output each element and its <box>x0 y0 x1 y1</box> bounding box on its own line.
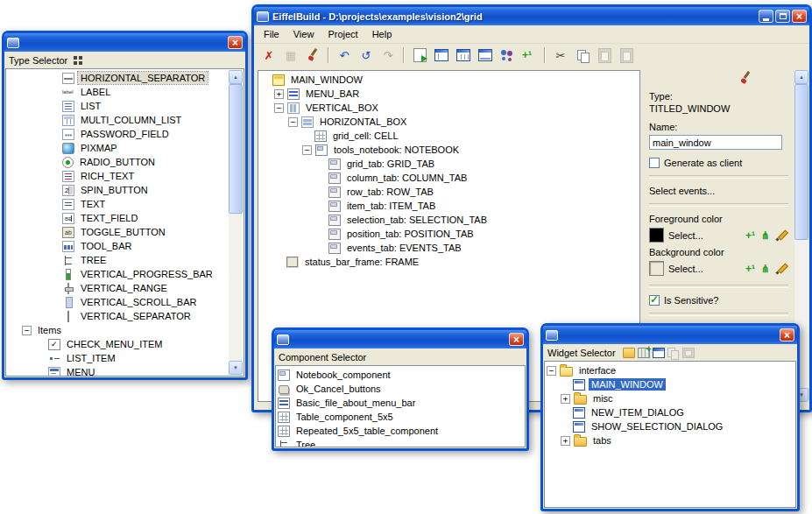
foreground-select-button[interactable]: Select... <box>668 230 703 241</box>
background-fork-button[interactable] <box>761 263 773 275</box>
close-button[interactable] <box>792 10 807 23</box>
collapse-icon[interactable] <box>547 366 556 376</box>
tree-item-list-item[interactable]: LIST_ITEM <box>8 351 242 365</box>
tree-item-tool-bar[interactable]: TOOL_BAR <box>8 239 242 253</box>
tree-item-show-selection-dialog[interactable]: SHOW_SELECTION_DIALOG <box>547 419 794 433</box>
tree-item-label[interactable]: SPIN_BUTTON <box>78 184 151 196</box>
background-plus-one-button[interactable] <box>745 263 759 275</box>
style-brush-button[interactable] <box>302 46 323 65</box>
tree-item-label[interactable]: Basic_file_about_menu_bar <box>293 397 418 409</box>
tree-item-label[interactable]: grid_cell: CELL <box>330 130 401 142</box>
checkbox-icon[interactable] <box>649 158 660 168</box>
tree-item-label[interactable]: NEW_ITEM_DIALOG <box>589 406 687 419</box>
tree-item-label[interactable]: Tree <box>293 439 318 447</box>
paste-icon[interactable] <box>682 348 695 358</box>
tree-item-label[interactable]: MAIN_WINDOW <box>288 74 365 86</box>
tree-item-main-window[interactable]: MAIN_WINDOW <box>260 73 638 87</box>
plus-one-button[interactable] <box>519 46 540 65</box>
tree-item-item-tab-item-tab[interactable]: item_tab: ITEM_TAB <box>260 199 638 213</box>
tree-item-grid-cell-cell[interactable]: grid_cell: CELL <box>260 129 638 143</box>
tree-item-rich-text[interactable]: RICH_TEXT <box>8 169 242 183</box>
tree-item-label[interactable]: VERTICAL_SEPARATOR <box>78 310 194 322</box>
tree-item-label[interactable]: grid_tab: GRID_TAB <box>344 158 437 170</box>
tree-item-label[interactable]: CHECK_MENU_ITEM <box>64 338 165 350</box>
expand-icon[interactable] <box>561 394 570 404</box>
tree-item-horizontal-separator[interactable]: HORIZONTAL_SEPARATOR <box>8 71 242 85</box>
tree-item-label[interactable]: PIXMAP <box>78 142 120 154</box>
agents-button[interactable] <box>497 46 518 65</box>
tree-item-label[interactable]: Ok_Cancel_buttons <box>293 383 384 395</box>
tree-item-label[interactable]: events_tab: EVENTS_TAB <box>344 242 464 254</box>
tree-item-vertical-box[interactable]: VERTICAL_BOX <box>260 101 638 115</box>
tree-item-new-item-dialog[interactable]: NEW_ITEM_DIALOG <box>547 405 794 419</box>
tree-item-text[interactable]: TEXT <box>8 197 242 211</box>
tree-item-label[interactable]: VERTICAL_SCROLL_BAR <box>78 296 199 308</box>
title-bar[interactable]: EiffelBuild - D:\projects\examples\visio… <box>254 7 809 25</box>
menu-file[interactable]: File <box>257 27 286 41</box>
tree-item-vertical-separator[interactable]: VERTICAL_SEPARATOR <box>8 309 242 323</box>
brush-icon[interactable] <box>738 71 752 85</box>
tree-item-label[interactable]: Notebook_component <box>293 369 393 381</box>
tree-item-label[interactable]: LIST <box>78 100 103 112</box>
tree-item-label[interactable]: MENU <box>64 366 97 377</box>
tree-item-label[interactable]: LIST_ITEM <box>64 352 118 364</box>
show-widget-selector-button[interactable] <box>475 46 496 65</box>
save-button[interactable]: ▦ <box>280 46 301 65</box>
tree-item-grid-tab-grid-tab[interactable]: grid_tab: GRID_TAB <box>260 157 638 171</box>
menu-help[interactable]: Help <box>365 27 399 41</box>
scroll-up-button[interactable] <box>794 70 808 84</box>
tree-item-label[interactable]: HORIZONTAL_SEPARATOR <box>78 72 208 84</box>
tree-item-tools-notebook-notebook[interactable]: tools_notebook: NOTEBOOK <box>260 143 638 157</box>
tree-item-menu[interactable]: MENU <box>8 365 242 377</box>
tree-item-list[interactable]: LIST <box>8 99 242 113</box>
expand-icon[interactable] <box>561 436 570 446</box>
name-input[interactable] <box>649 135 782 150</box>
tree-item-label[interactable]: Table_component_5x5 <box>293 411 396 423</box>
menu-project[interactable]: Project <box>321 27 364 41</box>
collapse-icon[interactable] <box>274 103 284 113</box>
tree-item-selection-tab-selection-tab[interactable]: selection_tab: SELECTION_TAB <box>260 213 638 227</box>
tree-item-pixmap[interactable]: PIXMAP <box>8 141 242 155</box>
tree-item-spin-button[interactable]: SPIN_BUTTON <box>8 183 242 197</box>
tree-item-text-field[interactable]: TEXT_FIELD <box>8 211 242 225</box>
tree-item-position-tab-position-tab[interactable]: position_tab: POSITION_TAB <box>260 227 638 241</box>
title-bar[interactable] <box>543 326 797 344</box>
foreground-plus-one-button[interactable] <box>745 229 759 242</box>
tree-item-label[interactable]: tabs <box>590 434 614 447</box>
scrollbar-thumb[interactable] <box>794 84 808 240</box>
tree-item-label[interactable]: row_tab: ROW_TAB <box>344 186 436 198</box>
tree-item-menu-bar[interactable]: MENU_BAR <box>260 87 638 101</box>
scroll-up-button[interactable] <box>229 70 243 84</box>
paste-special-button[interactable] <box>616 46 637 65</box>
tree-item-label[interactable]: TOGGLE_BUTTON <box>78 226 168 238</box>
tree-item-tabs[interactable]: tabs <box>547 433 794 447</box>
foreground-swatch[interactable] <box>649 228 664 243</box>
tree-item-table-component-5x5[interactable]: Table_component_5x5 <box>278 410 523 424</box>
close-button[interactable] <box>509 333 524 346</box>
tree-item-notebook-component[interactable]: Notebook_component <box>278 368 523 382</box>
tree-item-label[interactable]: Repeated_5x5_table_component <box>293 425 441 437</box>
background-select-button[interactable]: Select... <box>668 264 703 274</box>
delete-button[interactable]: ✗ <box>258 46 279 65</box>
tree-item-ok-cancel-buttons[interactable]: Ok_Cancel_buttons <box>278 382 523 396</box>
tree-item-label[interactable]: misc <box>590 392 616 405</box>
tree-item-label[interactable]: RADIO_BUTTON <box>77 156 158 168</box>
close-button[interactable] <box>228 36 243 49</box>
tree-item-label[interactable]: MENU_BAR <box>303 88 362 100</box>
tree-item-label[interactable]: HORIZONTAL_BOX <box>317 116 409 128</box>
tree-item-label[interactable]: Items <box>35 324 64 336</box>
show-type-selector-button[interactable] <box>431 46 452 65</box>
menu-view[interactable]: View <box>286 27 321 41</box>
tree-item-toggle-button[interactable]: TOGGLE_BUTTON <box>8 225 242 239</box>
tree-item-label[interactable]: TOOL_BAR <box>78 240 135 252</box>
tree-item-label[interactable]: PASSWORD_FIELD <box>78 128 172 140</box>
select-events-button[interactable]: Select events... <box>649 186 788 196</box>
copy-button[interactable] <box>572 46 593 65</box>
tree-item-label[interactable]: selection_tab: SELECTION_TAB <box>344 214 490 226</box>
tree-item-status-bar-frame-frame[interactable]: status_bar_frame: FRAME <box>260 255 638 269</box>
tree-item-repeated-5x5-table-component[interactable]: Repeated_5x5_table_component <box>278 424 523 438</box>
tree-item-label[interactable]: status_bar_frame: FRAME <box>302 256 421 268</box>
tree-item-password-field[interactable]: PASSWORD_FIELD <box>8 127 242 141</box>
tree-item-label[interactable]: TREE <box>78 254 109 266</box>
tree-item-label[interactable]: MULTI_COLUMN_LIST <box>78 114 184 126</box>
